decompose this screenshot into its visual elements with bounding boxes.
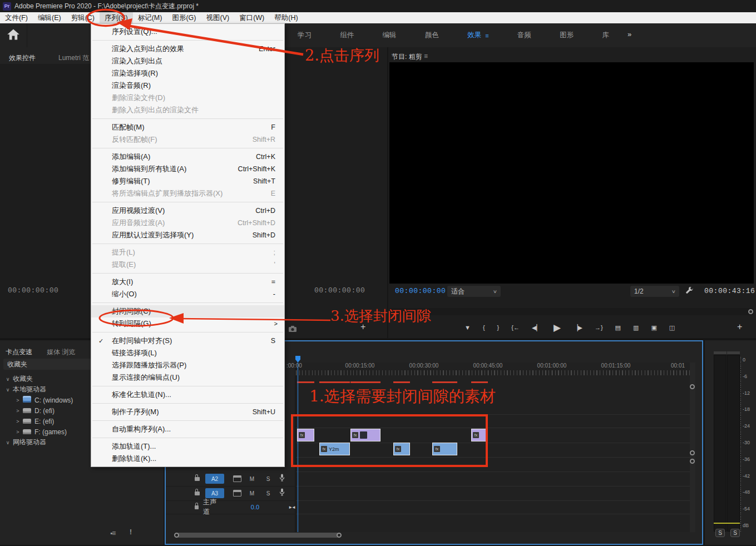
tab-库[interactable]: 库 bbox=[602, 31, 610, 40]
lift-button[interactable]: ▤ bbox=[615, 325, 621, 331]
track-target-A2[interactable]: A2 bbox=[205, 474, 224, 484]
step-back-button[interactable]: ◀▏ bbox=[532, 325, 541, 331]
menu-item-41[interactable]: 添加轨道(T)... bbox=[91, 440, 284, 453]
menu-item-24[interactable]: 放大(I)= bbox=[91, 276, 284, 288]
menu-item-12[interactable]: 添加编辑(A)Ctrl+K bbox=[91, 151, 284, 163]
lock-icon[interactable] bbox=[195, 477, 200, 481]
menubar-item-1[interactable]: 文件(F) bbox=[0, 12, 33, 23]
menu-item-42[interactable]: 删除轨道(K)... bbox=[91, 453, 284, 465]
add-marker-button[interactable]: ▼ bbox=[465, 325, 471, 331]
menu-item-3[interactable]: 渲染入点到出点 bbox=[91, 55, 284, 67]
settings-wrench-icon[interactable] bbox=[685, 287, 694, 297]
menu-item-5[interactable]: 渲染音频(R) bbox=[91, 80, 284, 92]
menu-item-9[interactable]: 匹配帧(M)F bbox=[91, 121, 284, 133]
menu-item-4[interactable]: 渲染选择项(R) bbox=[91, 67, 284, 80]
scrollbar-knob[interactable] bbox=[174, 533, 179, 538]
menu-item-39[interactable]: 自动重构序列(A)... bbox=[91, 423, 284, 435]
scrollbar-knob[interactable] bbox=[690, 450, 695, 455]
menu-item-2[interactable]: 渲染入点到出点的效果Enter bbox=[91, 43, 284, 55]
tab-lumetri-scopes[interactable]: Lumetri 范 bbox=[58, 53, 89, 63]
menu-item-17[interactable]: 应用视频过渡(V)Ctrl+D bbox=[91, 205, 284, 217]
panel-menu-icon[interactable]: ≡ bbox=[485, 32, 488, 39]
extract-button[interactable]: ▥ bbox=[633, 325, 639, 331]
chevron-right-icon[interactable]: > bbox=[14, 429, 21, 435]
workspace-overflow-icon[interactable]: » bbox=[627, 30, 631, 38]
chevron-down-icon[interactable]: ∨ bbox=[4, 387, 11, 393]
track-target-A3[interactable]: A3 bbox=[205, 488, 224, 498]
go-to-out-button[interactable]: →} bbox=[595, 325, 603, 331]
timeline-clip-1[interactable]: fx bbox=[297, 429, 314, 441]
menu-item-14[interactable]: 修剪编辑(T)Shift+T bbox=[91, 175, 284, 187]
timeline-clip-6[interactable]: fx bbox=[471, 429, 488, 441]
tab-颜色[interactable]: 颜色 bbox=[425, 31, 439, 40]
go-to-in-button[interactable]: {← bbox=[511, 325, 520, 331]
tab-编辑[interactable]: 编辑 bbox=[383, 31, 397, 40]
mic-icon[interactable] bbox=[279, 488, 285, 498]
lock-icon[interactable] bbox=[195, 492, 200, 495]
menu-item-35[interactable]: 标准化主轨道(N)... bbox=[91, 389, 284, 401]
button-editor-icon[interactable]: + bbox=[737, 322, 742, 332]
mute-button[interactable]: M bbox=[246, 490, 258, 497]
menu-item-19[interactable]: 应用默认过渡到选择项(Y)Shift+D bbox=[91, 229, 284, 241]
meter-solo-button-1[interactable]: S bbox=[715, 529, 725, 537]
menubar-item-9[interactable]: 帮助(H) bbox=[269, 12, 303, 23]
list-view-icon[interactable]: ▪≡ bbox=[110, 529, 115, 537]
master-gain-value[interactable]: 0.0 bbox=[251, 504, 259, 510]
timeline-clip-4[interactable]: fx bbox=[393, 443, 410, 455]
effect-controls-timecode[interactable]: 00:00:00:00 bbox=[8, 286, 58, 295]
scrollbar-knob[interactable] bbox=[337, 533, 342, 538]
tab-effect-controls[interactable]: 效果控件 bbox=[9, 53, 36, 63]
timeline-clip-2[interactable]: fxY2m bbox=[319, 443, 350, 455]
tab-project[interactable]: 卡点变速 bbox=[6, 348, 32, 357]
track-type-icon[interactable] bbox=[233, 475, 241, 482]
scrollbar-knob[interactable] bbox=[690, 459, 695, 464]
export-frame-button[interactable]: ▣ bbox=[651, 325, 656, 331]
timeline-clip-5[interactable]: fx bbox=[432, 443, 457, 455]
chevron-down-icon[interactable]: ∨ bbox=[4, 376, 11, 382]
comparison-view-button[interactable]: ◫ bbox=[669, 325, 675, 331]
menu-item-30[interactable]: ✓在时间轴中对齐(S)S bbox=[91, 335, 284, 347]
tab-图形[interactable]: 图形 bbox=[560, 31, 574, 40]
solo-button[interactable]: S bbox=[263, 476, 274, 482]
menu-item-31[interactable]: 链接选择项(L) bbox=[91, 347, 284, 359]
menubar-item-2[interactable]: 编辑(E) bbox=[33, 12, 66, 23]
menu-item-32[interactable]: 选择跟随播放指示器(P) bbox=[91, 359, 284, 371]
source-timecode[interactable]: 00:00:00:00 bbox=[314, 286, 365, 295]
menubar-item-3[interactable]: 剪辑(C) bbox=[66, 12, 100, 23]
menu-item-33[interactable]: 显示连接的编辑点(U) bbox=[91, 371, 284, 384]
tab-学习[interactable]: 学习 bbox=[298, 31, 312, 40]
tab-media-browser[interactable]: 媒体 浏览 bbox=[47, 348, 75, 357]
program-timecode[interactable]: 00:00:00:00 bbox=[395, 287, 446, 295]
menubar-item-4[interactable]: 序列(S) bbox=[100, 12, 133, 23]
track-type-icon[interactable] bbox=[233, 490, 241, 497]
timeline-ruler[interactable]: :00:0000:00:15:0000:00:30:0000:00:45:000… bbox=[296, 356, 690, 376]
home-icon[interactable] bbox=[7, 28, 21, 42]
tab-效果[interactable]: 效果≡ bbox=[467, 31, 488, 40]
meter-solo-button-2[interactable]: S bbox=[730, 529, 740, 537]
menubar-item-7[interactable]: 视图(V) bbox=[201, 12, 234, 23]
menu-item-28[interactable]: 转到间隔(G)> bbox=[91, 317, 284, 330]
chevron-right-icon[interactable]: > bbox=[14, 398, 21, 403]
export-frame-icon[interactable] bbox=[288, 324, 297, 334]
menubar-item-6[interactable]: 图形(G) bbox=[167, 12, 201, 23]
chevron-down-icon[interactable]: ∨ bbox=[4, 440, 11, 445]
program-zoom-scrollbar[interactable] bbox=[389, 308, 754, 315]
menu-item-0[interactable]: 序列设置(Q)... bbox=[91, 26, 284, 38]
menu-item-27[interactable]: 封闭间隙(C) bbox=[91, 305, 284, 317]
program-panel-title[interactable]: 节目: 粗剪 bbox=[392, 52, 422, 62]
timeline-clip-3[interactable]: fx bbox=[350, 429, 381, 441]
menubar-item-8[interactable]: 窗口(W) bbox=[234, 12, 269, 23]
menu-item-25[interactable]: 缩小(O)- bbox=[91, 288, 284, 300]
mic-icon[interactable] bbox=[279, 474, 285, 484]
mute-button[interactable]: M bbox=[246, 476, 258, 482]
timeline-horizontal-scrollbar[interactable] bbox=[176, 533, 339, 538]
lock-icon[interactable] bbox=[195, 505, 199, 509]
button-editor-icon[interactable]: + bbox=[360, 322, 365, 332]
step-forward-button[interactable]: ▕▶ bbox=[573, 325, 582, 331]
menubar-item-5[interactable]: 标记(M) bbox=[133, 12, 167, 23]
scrollbar-knob[interactable] bbox=[748, 309, 753, 314]
keyframe-nav-icon[interactable]: ►◄ bbox=[288, 505, 295, 510]
tab-音频[interactable]: 音频 bbox=[517, 31, 531, 40]
scrollbar-knob[interactable] bbox=[690, 384, 695, 389]
mark-out-button[interactable]: } bbox=[497, 325, 500, 331]
